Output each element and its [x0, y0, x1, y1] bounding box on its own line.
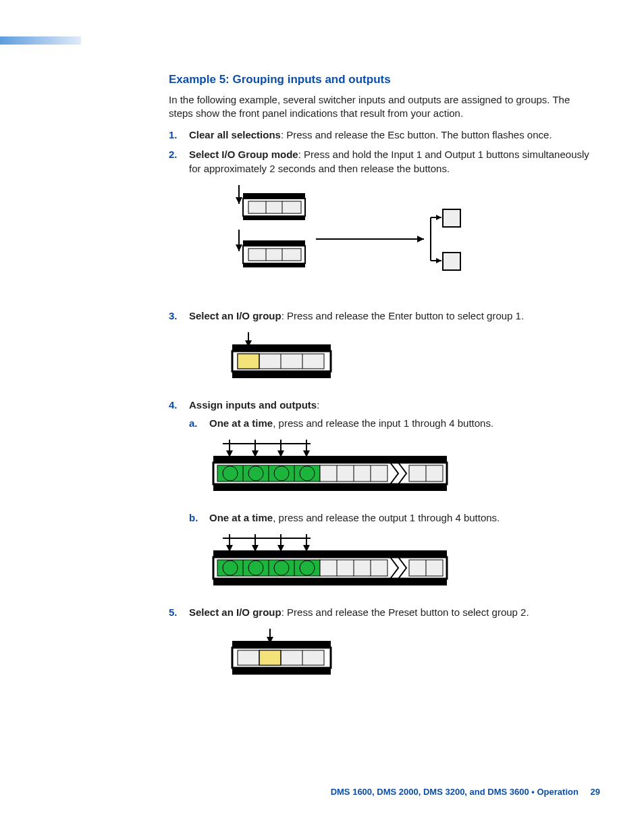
svg-rect-86	[213, 579, 447, 585]
substeps-list: a. One at a time, press and release the …	[189, 416, 594, 593]
step-bold: Select I/O Group mode	[189, 149, 298, 160]
svg-rect-21	[443, 209, 460, 227]
diagram-step4b-icon	[209, 534, 452, 590]
step-number: 1.	[169, 128, 178, 142]
svg-rect-10	[243, 240, 305, 246]
svg-rect-4	[248, 201, 301, 213]
header-accent-bar	[0, 36, 81, 45]
step-4b: b. One at a time, press and release the …	[189, 511, 594, 593]
diagram-step3-icon	[228, 332, 336, 382]
step-text: : Press and release the Esc button. The …	[281, 129, 552, 140]
step-1: 1. Clear all selections: Press and relea…	[169, 128, 594, 142]
diagram-step4a-icon	[209, 440, 452, 495]
steps-list: 1. Clear all selections: Press and relea…	[169, 128, 594, 682]
step-bold: Select an I/O group	[189, 310, 281, 321]
substep-bold: One at a time	[209, 417, 273, 429]
svg-rect-60	[213, 484, 447, 491]
page-footer: DMS 1600, DMS 2000, DMS 3200, and DMS 36…	[331, 787, 600, 797]
step-number: 4.	[169, 398, 178, 412]
substep-text: , press and release the output 1 through…	[273, 512, 500, 523]
svg-rect-2	[243, 193, 305, 199]
step-number: 5.	[169, 605, 178, 619]
page-content: Example 5: Grouping inputs and outputs I…	[169, 73, 594, 694]
svg-rect-24	[443, 253, 460, 270]
step-bold: Assign inputs and outputs	[189, 399, 317, 411]
step-number: 2.	[169, 147, 178, 161]
step-5: 5. Select an I/O group: Press and releas…	[169, 605, 594, 682]
page-number: 29	[591, 787, 600, 797]
figure-step4b	[209, 534, 594, 593]
intro-paragraph: In the following example, several switch…	[169, 93, 594, 121]
footer-text: DMS 1600, DMS 2000, DMS 3200, and DMS 36…	[331, 787, 579, 797]
svg-rect-34	[232, 371, 331, 378]
figure-step4a	[209, 440, 594, 498]
svg-rect-96	[232, 668, 331, 675]
step-text: : Press and release the Enter button to …	[281, 310, 524, 321]
figure-step2	[228, 185, 594, 296]
diagram-step5-icon	[228, 629, 336, 679]
diagram-step2-icon	[228, 185, 471, 293]
step-bold: Clear all selections	[189, 129, 281, 140]
step-4a: a. One at a time, press and release the …	[189, 416, 594, 498]
substep-letter: a.	[189, 416, 198, 430]
svg-rect-7	[243, 216, 305, 220]
substep-bold: One at a time	[209, 512, 273, 523]
figure-step3	[228, 332, 594, 386]
substep-letter: b.	[189, 511, 198, 525]
svg-marker-1	[236, 197, 242, 204]
svg-rect-92	[259, 650, 281, 665]
svg-rect-15	[243, 263, 305, 267]
svg-marker-20	[436, 215, 441, 220]
step-text: : Press and release the Preset button to…	[281, 606, 529, 618]
svg-rect-30	[238, 354, 259, 369]
step-3: 3. Select an I/O group: Press and releas…	[169, 309, 594, 386]
step-2: 2. Select I/O Group mode: Press and hold…	[169, 147, 594, 296]
svg-marker-9	[236, 244, 242, 251]
svg-marker-23	[436, 258, 441, 263]
step-number: 3.	[169, 309, 178, 323]
svg-marker-17	[417, 236, 424, 242]
figure-step5	[228, 629, 594, 682]
section-heading: Example 5: Grouping inputs and outputs	[169, 73, 594, 86]
step-bold: Select an I/O group	[189, 606, 281, 618]
substep-text: , press and release the input 1 through …	[273, 417, 493, 429]
svg-rect-12	[248, 249, 301, 261]
step-text: :	[317, 399, 319, 411]
step-4: 4. Assign inputs and outputs: a. One at …	[169, 398, 594, 593]
